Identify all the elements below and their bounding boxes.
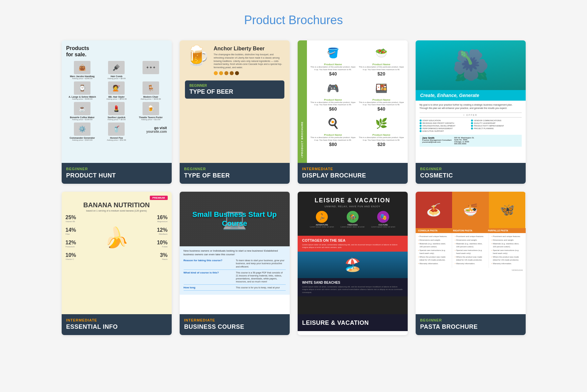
banana-subtitle: based on 1 serving of a medium sized ban… [66,210,168,212]
cosmetic-body: My goal is to drive your practice furthe… [416,101,526,149]
pasta-col-title: RIGATONI PASTA [453,229,488,232]
product-desc: This is a description of this particular… [310,136,356,142]
card-display-brochure[interactable]: Product Brochure V 🪣 Product Name This i… [298,40,408,184]
stat-percent: 10% [148,240,168,246]
product-img: 🪑 [143,81,159,95]
list-item: Materials (e.g. stainless elect, 100 per… [455,242,486,248]
list-item: 🎭 CULTURE Lorem ipsum dolor sit amet [371,211,395,228]
product-price: Asking price = $249.99 [100,98,133,100]
list-item: 🍱 Product Name This is a description of … [359,79,404,112]
card1-preview: Productsfor sale. 👜 Marc Jacobs Handbag … [62,40,172,163]
pasta-col-1: Prominent and unique features. Dimension… [416,233,452,268]
cosmetic-tagline: Create, Enhance, Generate [420,93,521,98]
beer-type-footer: BEGINNER TYPE OF BEER [185,80,284,99]
product-price: Asking price = $309.99 [135,98,167,100]
list-item: 🪣 Product Name This is a description of … [310,44,356,76]
list-item: QUALITY LEADERSHIP [471,122,522,124]
card-level: BEGINNER [184,167,285,171]
list-item: Materials (e.g. stainless steel, 100 per… [418,242,449,248]
product-image: 🪣 [310,44,356,62]
stat-percent: 25% [66,215,86,220]
left-stats: 25% Vitamin B6 14% Fiber 12% Potassium [66,215,86,260]
cosmetic-hero-image: 🌺 [416,40,526,90]
list-item: 🏃 ADVENTURE Lorem ipsum dolor sit amet [310,211,334,228]
vacation-title: LEISURE & VACATION [303,197,402,204]
card-footer: BEGINNER TYPE OF BEER [180,163,290,184]
product-img: 💇 [108,81,125,95]
card-level: BEGINNER [66,167,167,171]
card1-products: 👜 Marc Jacobs Handbag Asking price = $34… [66,61,167,121]
card-product-hunt[interactable]: Productsfor sale. 👜 Marc Jacobs Handbag … [62,40,172,184]
pasta-photo-1: 🍝 [416,192,452,228]
list-item: PERFORMANCE MANAGEMENT [420,127,470,129]
product-name: Commander Generator [66,137,98,139]
list-item: Special care instructions (e.g. hand was… [492,249,523,255]
stat-label: Niacin [148,258,168,260]
product-price: $20 [359,142,404,147]
premium-badge: PREMIUM [150,196,168,200]
service-dot [471,125,473,127]
sidebar-label: Product Brochure [301,43,304,156]
brochure-content: 🪣 Product Name This is a description of … [307,40,408,163]
question: Reason for taking this course? [184,259,233,268]
stat-label: Riboflavin [148,233,168,235]
list-item: Dimensions and weight. [418,239,449,242]
banana-illustration: 🍌 [87,226,147,249]
card-business-course[interactable]: 💻 Small Business Start Up Course New bus… [180,192,290,335]
stat-item: 10% Folate [148,240,168,248]
product-price: $40 [310,71,356,76]
list-item: Where the product was made (ideal for US… [418,256,449,262]
card-pasta-brochure[interactable]: 🍝 🍜 🦋 CONIGLIA PASTA RIGATONI PASTA FARF… [416,192,526,335]
product-price: Asking price = $52.99 [100,139,133,141]
page-title: Product Brochures [7,13,580,27]
activity-icons: 🏃 ADVENTURE Lorem ipsum dolor sit amet 🏇… [303,211,402,228]
product-image: 🍱 [359,79,404,97]
product-price: Asking price = $159.99 [66,119,98,121]
list-item: Dimensions and weight. [455,239,486,242]
card2-preview: 🍺 Anchor Liberty Beer The champagne-like… [180,40,290,163]
stat-item: 16% Magnesium [148,215,168,222]
activity-desc: Lorem ipsum dolor sit amet [310,226,334,228]
stat-item: 12% Riboflavin [148,227,168,235]
list-item: ✦✦✦ [135,61,167,79]
product-price: $80 [310,142,356,147]
beer-name: Anchor Liberty Beer [214,46,284,52]
contact-address: 555 W. Washington St.Suite No. 5555Chica… [454,137,474,145]
answer: This course is for you to keep, read at … [236,286,286,289]
qa-item: How long This course is for you to keep,… [184,286,286,291]
cosmetic-tagline-bar: Create, Enhance, Generate [416,90,526,101]
card-name: BUSINESS COURSE [184,323,285,330]
service-dot [471,127,473,129]
nutrition-stats: 25% Vitamin B6 14% Fiber 12% Potassium [66,215,168,260]
list-item: ☕ Bonairfe Coffee Maker Asking price = $… [66,102,98,121]
product-price: Asking price = $349.99 [66,77,98,79]
answer: This course is a 56-page PDF that consis… [236,271,286,283]
list-item: 🍳 Product Name This is a description of … [310,114,356,147]
beaches-section: WHITE SAND BEACHES Lorem ipsum dolor sit… [298,278,408,296]
contact-info: Jane Smith Practice Management Consultan… [420,135,522,147]
swatch [214,71,218,75]
stat-percent: 10% [66,252,86,258]
stat-label: Fiber [66,233,86,235]
list-item: Prominent and unique features. [455,235,486,238]
swatch [219,71,223,75]
card-name: DISPLAY BROCHURE [302,172,403,179]
card-leisure-vacation[interactable]: LEISURE & VACATION UNWIND, RELAX, HAVE F… [298,192,408,335]
list-item: Materials (e.g. stainless elect, 100 per… [492,242,523,248]
card-cosmetic[interactable]: 🌺 Create, Enhance, Generate My goal is t… [416,40,526,184]
list-item: ORGANIZATIONAL DEVELOPMENT [420,125,470,127]
card-level: INTERMEDIATE [66,318,167,322]
card-anchor-beer[interactable]: 🍺 Anchor Liberty Beer The champagne-like… [180,40,290,184]
stat-item: 25% Vitamin B6 [66,215,86,222]
card-name: TYPE OF BEER [184,172,285,179]
product-name: Hair Comb [100,75,133,77]
card3-preview: Product Brochure V 🪣 Product Name This i… [298,40,408,163]
card-essential-info[interactable]: PREMIUM BANANA NUTRITION based on 1 serv… [62,192,172,335]
section-title: COTTAGES ON THE SEA [302,238,403,242]
section-text: Lorem ipsum dolor sit amet, consectetur … [302,243,403,249]
product-img: ⌚ [74,81,90,95]
card-level: BEGINNER [420,318,521,322]
product-price: $60 [310,106,356,112]
stat-label: Vitamin B6 [66,220,86,222]
list-item: 🥤 Honest Fizz Asking price = $52.99 [100,122,133,141]
